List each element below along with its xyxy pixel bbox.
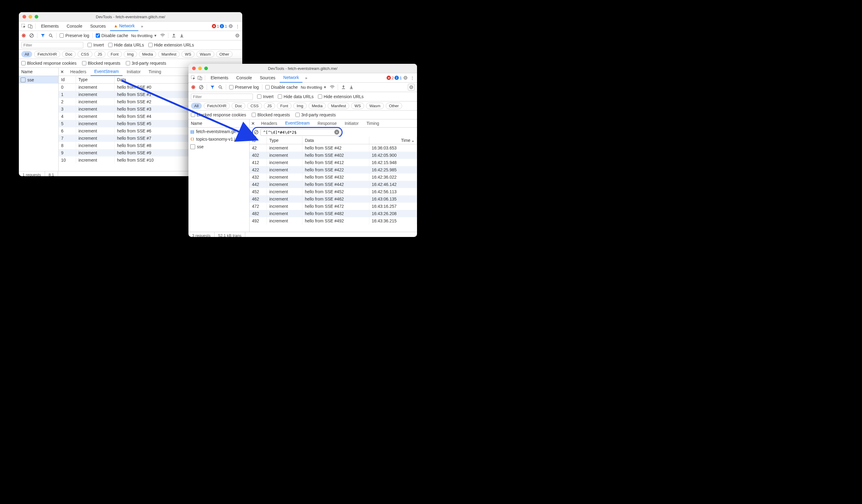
error-badge[interactable]: ✕2 (387, 76, 394, 80)
wifi-icon[interactable] (330, 85, 335, 90)
hide-extension-urls-checkbox[interactable]: Hide extension URLs (148, 42, 194, 48)
request-row[interactable]: ▤fetch-eventstream.gli... (188, 128, 249, 135)
col-id[interactable]: Id (58, 76, 76, 83)
clear-input-icon[interactable]: ✕ (334, 130, 339, 135)
chip-doc[interactable]: Doc (232, 103, 245, 109)
inspect-icon[interactable] (190, 75, 196, 81)
tab-network[interactable]: Network (279, 73, 302, 83)
filter-input[interactable] (21, 42, 83, 48)
chip-wasm[interactable]: Wasm (196, 51, 214, 57)
eventstream-grid[interactable]: Id Type Data Time 42incrementhello from … (250, 137, 417, 232)
clear-icon[interactable] (199, 85, 204, 90)
blocked-requests-checkbox[interactable]: Blocked requests (252, 112, 290, 117)
chip-fetch-xhr[interactable]: Fetch/XHR (34, 51, 60, 57)
col-type[interactable]: Type (76, 76, 115, 83)
name-header[interactable]: Name (19, 68, 58, 76)
tab-sources[interactable]: Sources (256, 73, 279, 82)
chip-img[interactable]: Img (293, 103, 307, 109)
record-icon[interactable] (21, 33, 26, 38)
chip-css[interactable]: CSS (78, 51, 92, 57)
chip-doc[interactable]: Doc (62, 51, 76, 57)
gear-icon[interactable] (402, 75, 408, 81)
close-panel-icon[interactable]: ✕ (251, 121, 257, 126)
close-icon[interactable] (23, 15, 26, 18)
upload-icon[interactable] (171, 33, 176, 38)
tab-timing[interactable]: Timing (363, 119, 383, 127)
name-header[interactable]: Name (188, 119, 249, 128)
close-panel-icon[interactable]: ✕ (61, 69, 66, 74)
table-row[interactable]: 422incrementhello from SSE #42216:42:25.… (250, 166, 417, 173)
filter-icon[interactable] (210, 85, 215, 90)
chip-manifest[interactable]: Manifest (328, 103, 349, 109)
chip-js[interactable]: JS (264, 103, 275, 109)
regex-filter-input[interactable]: ✕ (261, 129, 341, 136)
search-icon[interactable] (218, 85, 223, 90)
clear-icon[interactable] (29, 33, 34, 38)
table-row[interactable]: 482incrementhello from SSE #48216:43:26.… (250, 210, 417, 217)
info-badge[interactable]: i1 (220, 24, 227, 29)
col-type[interactable]: Type (267, 137, 302, 144)
chip-media[interactable]: Media (309, 103, 326, 109)
search-icon[interactable] (48, 33, 53, 38)
table-row[interactable]: 462incrementhello from SSE #46216:43:06.… (250, 195, 417, 203)
chip-other[interactable]: Other (216, 51, 233, 57)
tab-eventstream[interactable]: EventStream (282, 119, 313, 128)
chip-media[interactable]: Media (139, 51, 156, 57)
device-icon[interactable] (197, 75, 203, 81)
tab-headers[interactable]: Headers (258, 119, 281, 127)
record-icon[interactable] (191, 85, 196, 90)
table-row[interactable]: 412incrementhello from SSE #41216:42:15.… (250, 159, 417, 166)
col-id[interactable]: Id (250, 137, 267, 144)
table-row[interactable]: 42incrementhello from SSE #4216:36:03.65… (250, 144, 417, 152)
col-time[interactable]: Time (369, 137, 417, 144)
hide-data-urls-checkbox[interactable]: Hide data URLs (108, 42, 144, 48)
minimize-icon[interactable] (198, 67, 202, 70)
hide-data-urls-checkbox[interactable]: Hide data URLs (278, 94, 314, 99)
download-icon[interactable] (179, 33, 184, 38)
more-tabs-icon[interactable]: » (139, 23, 145, 29)
tab-eventstream[interactable]: EventStream (91, 67, 122, 76)
disable-cache-checkbox[interactable]: Disable cache (265, 85, 298, 90)
invert-checkbox[interactable]: Invert (88, 42, 104, 48)
blocked-cookies-checkbox[interactable]: Blocked response cookies (191, 112, 246, 117)
wifi-icon[interactable] (160, 33, 165, 38)
throttling-select[interactable]: No throttling▼ (301, 85, 327, 90)
col-data[interactable]: Data (302, 137, 369, 144)
disable-cache-checkbox[interactable]: Disable cache (96, 33, 128, 38)
upload-icon[interactable] (341, 85, 346, 90)
tab-console[interactable]: Console (63, 22, 86, 31)
error-badge[interactable]: ✕1 (212, 24, 219, 29)
chip-wasm[interactable]: Wasm (366, 103, 383, 109)
settings-icon[interactable] (235, 33, 240, 38)
tab-network[interactable]: ▲Network (110, 21, 138, 31)
chip-js[interactable]: JS (94, 51, 105, 57)
inspect-icon[interactable] (21, 23, 27, 29)
kebab-icon[interactable]: ⋮ (409, 75, 415, 81)
chip-other[interactable]: Other (386, 103, 402, 109)
tab-elements[interactable]: Elements (207, 73, 232, 82)
table-row[interactable]: 452incrementhello from SSE #45216:42:56.… (250, 188, 417, 195)
close-icon[interactable] (192, 67, 196, 70)
chip-font[interactable]: Font (107, 51, 122, 57)
filter-icon[interactable] (40, 33, 45, 38)
third-party-checkbox[interactable]: 3rd-party requests (126, 61, 166, 66)
tab-initiator[interactable]: Initiator (341, 119, 362, 127)
maximize-icon[interactable] (204, 67, 208, 70)
tab-elements[interactable]: Elements (37, 22, 62, 31)
chip-all[interactable]: All (191, 103, 202, 109)
tab-console[interactable]: Console (233, 73, 255, 82)
settings-icon[interactable] (408, 84, 415, 91)
preserve-log-checkbox[interactable]: Preserve log (60, 33, 89, 38)
chip-ws[interactable]: WS (181, 51, 195, 57)
request-row-sse[interactable]: sse (19, 76, 58, 83)
tab-initiator[interactable]: Initiator (123, 68, 144, 76)
preserve-log-checkbox[interactable]: Preserve log (229, 85, 259, 90)
throttling-select[interactable]: No throttling▼ (131, 34, 157, 38)
chip-manifest[interactable]: Manifest (158, 51, 180, 57)
table-row[interactable]: 432incrementhello from SSE #43216:42:36.… (250, 173, 417, 181)
tab-timing[interactable]: Timing (145, 68, 165, 76)
request-row-sse[interactable]: sse (188, 143, 249, 150)
device-icon[interactable] (27, 23, 34, 29)
table-row[interactable]: 492incrementhello from SSE #49216:43:36.… (250, 217, 417, 225)
chip-img[interactable]: Img (124, 51, 137, 57)
